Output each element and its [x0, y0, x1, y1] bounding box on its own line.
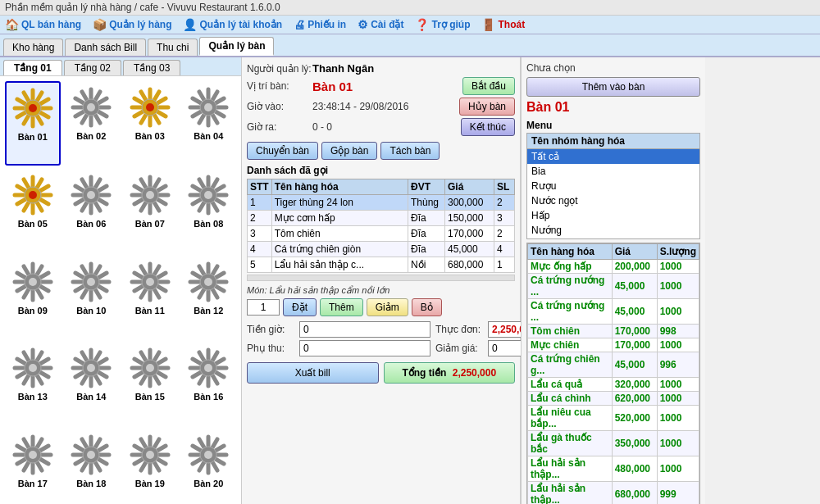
goods-row[interactable]: Cá trứng nướng ... 45,000 1000 — [528, 274, 699, 299]
goods-cell-gia: 200,000 — [612, 260, 657, 274]
goods-row[interactable]: Lẩu cá chình 620,000 1000 — [528, 392, 699, 406]
table-item-ban14[interactable]: Bàn 14 — [64, 342, 120, 425]
menu-item-tro-giup[interactable]: ❓Trợ giúp — [415, 18, 470, 31]
svg-line-21 — [75, 98, 84, 103]
table-name-ban17: Bàn 17 — [18, 479, 48, 488]
menu-list-item-nuoc-ngot[interactable]: Nước ngọt — [527, 193, 699, 208]
svg-point-167 — [204, 278, 212, 286]
menu-list-item-xao[interactable]: Xào — [527, 238, 699, 239]
menu-list-item-nuong[interactable]: Nướng — [527, 223, 699, 238]
title-bar: Phần mềm quản lý nhà hàng / cafe - Vivuv… — [0, 0, 820, 16]
svg-point-181 — [29, 364, 37, 372]
table-item-ban08[interactable]: Bàn 08 — [181, 169, 237, 252]
goods-row[interactable]: Cá trứng nướng ... 45,000 1000 — [528, 299, 699, 325]
table-item-ban03[interactable]: Bàn 03 — [122, 81, 178, 166]
split-table-button[interactable]: Tách bàn — [380, 142, 440, 160]
table-item-ban10[interactable]: Bàn 10 — [64, 256, 120, 338]
menu-item-cai-dat[interactable]: ⚙Cài đặt — [358, 18, 403, 31]
end-button[interactable]: Kết thúc — [461, 118, 515, 136]
table-item-ban01[interactable]: Bàn 01 — [5, 81, 61, 166]
menu-item-thoat[interactable]: 🚪Thoát — [481, 18, 525, 31]
menu-label: Menu — [526, 120, 700, 131]
goods-cell-name: Cá trứng chiên g... — [528, 352, 613, 378]
table-item-ban05[interactable]: Bàn 05 — [5, 169, 61, 252]
svg-line-211 — [216, 372, 224, 377]
menu-list-item-ruou[interactable]: Rượu — [527, 179, 699, 193]
goods-cell-sluong: 1000 — [657, 299, 699, 325]
move-table-button[interactable]: Chuyển bàn — [247, 142, 318, 160]
tab-danh-sach-bill[interactable]: Danh sách Bill — [65, 39, 146, 56]
table-item-ban17[interactable]: Bàn 17 — [5, 429, 61, 504]
svg-line-36 — [141, 92, 146, 100]
table-name-ban08: Bàn 08 — [194, 219, 223, 229]
dat-button[interactable]: Đặt — [283, 298, 317, 316]
menu-item-phieu-in[interactable]: 🖨Phiếu in — [294, 18, 346, 31]
tien-gio-input[interactable] — [299, 321, 430, 338]
menu-label-quan-ly-tai-khoan: Quản lý tài khoản — [199, 19, 282, 30]
table-item-ban11[interactable]: Bàn 11 — [122, 256, 178, 338]
menu-item-quan-ly-tai-khoan[interactable]: 👤Quản lý tài khoản — [183, 18, 282, 31]
table-item-ban16[interactable]: Bàn 16 — [181, 342, 237, 425]
bo-button[interactable]: Bỏ — [412, 298, 442, 316]
phu-thu-input[interactable] — [299, 340, 430, 356]
table-item-ban06[interactable]: Bàn 06 — [64, 169, 120, 252]
cancel-button[interactable]: Hủy bàn — [459, 98, 515, 116]
order-row[interactable]: 3 Tôm chiên Đĩa 170,000 2 — [248, 226, 515, 242]
goods-row[interactable]: Lẩu hải sản thập... 480,000 1000 — [528, 456, 699, 482]
order-row[interactable]: 2 Mực cơm hấp Đĩa 150,000 3 — [248, 211, 515, 226]
checkin-label: Giờ vào: — [247, 101, 312, 112]
merge-table-button[interactable]: Gộp bàn — [321, 142, 377, 160]
table-item-ban04[interactable]: Bàn 04 — [181, 81, 237, 166]
menu-list-item-hap[interactable]: Hấp — [527, 208, 699, 223]
menu-item-ql-ban-hang[interactable]: 🏠QL bán hàng — [5, 18, 81, 31]
table-item-ban18[interactable]: Bàn 18 — [64, 429, 120, 504]
floor-tabs: Tầng 01Tầng 02Tầng 03 — [0, 57, 241, 76]
floor-tab-tang03[interactable]: Tầng 03 — [123, 60, 180, 75]
order-cell-stt: 4 — [248, 242, 272, 257]
table-item-ban15[interactable]: Bàn 15 — [122, 342, 178, 425]
them-button[interactable]: Thêm — [320, 298, 363, 316]
goods-row[interactable]: Lẩu hải sản thập... 680,000 999 — [528, 482, 699, 505]
goods-row[interactable]: Mực chiên 170,000 1000 — [528, 338, 699, 352]
xuat-bill-button[interactable]: Xuất bill — [247, 362, 379, 384]
goods-row[interactable]: Tôm chiên 170,000 998 — [528, 325, 699, 338]
goods-row[interactable]: Lẩu niêu cua bắp... 520,000 1000 — [528, 406, 699, 431]
qty-input[interactable] — [247, 299, 280, 316]
order-cell-gia: 170,000 — [445, 226, 494, 242]
start-button[interactable]: Bắt đầu — [462, 77, 515, 95]
goods-cell-gia: 170,000 — [612, 325, 657, 338]
table-item-ban13[interactable]: Bàn 13 — [5, 342, 61, 425]
goods-row[interactable]: Mực ống hấp 200,000 1000 — [528, 260, 699, 274]
order-scrollbar[interactable] — [247, 275, 515, 281]
goods-row[interactable]: Cá trứng chiên g... 45,000 996 — [528, 352, 699, 378]
order-row[interactable]: 5 Lẩu hải sản thập c... Nồi 680,000 1 — [248, 257, 515, 273]
svg-line-75 — [75, 199, 84, 204]
add-to-table-button[interactable]: Thêm vào bàn — [526, 77, 700, 97]
menu-list-item-tat-ca[interactable]: Tất cả — [527, 149, 699, 164]
table-item-ban09[interactable]: Bàn 09 — [5, 256, 61, 338]
menu-item-quan-ly-hang[interactable]: 📦Quản lý hàng — [93, 18, 171, 31]
svg-line-262 — [154, 439, 159, 447]
svg-line-267 — [216, 459, 224, 464]
floor-tab-tang02[interactable]: Tầng 02 — [64, 60, 121, 75]
tab-kho-hang[interactable]: Kho hàng — [3, 39, 63, 56]
table-item-ban12[interactable]: Bàn 12 — [181, 256, 237, 338]
order-row[interactable]: 4 Cá trứng chiên giòn Đĩa 45,000 4 — [248, 242, 515, 257]
tab-thu-chi[interactable]: Thu chi — [148, 39, 198, 56]
tong-tien-button[interactable]: Tổng tiền 2,250,000 — [384, 362, 516, 384]
svg-line-239 — [98, 459, 107, 464]
floor-tab-tang01[interactable]: Tầng 01 — [3, 60, 62, 75]
svg-line-148 — [141, 266, 146, 275]
goods-col-name: Tên hàng hóa — [528, 244, 613, 260]
menu-list-item-bia[interactable]: Bia — [527, 164, 699, 179]
table-item-ban19[interactable]: Bàn 19 — [122, 429, 178, 504]
goods-row[interactable]: Lẩu cá quả 320,000 1000 — [528, 378, 699, 392]
giam-button[interactable]: Giảm — [367, 298, 408, 316]
table-item-ban20[interactable]: Bàn 20 — [181, 429, 237, 504]
goods-row[interactable]: Lẩu gà thuốc bắc 350,000 1000 — [528, 431, 699, 456]
svg-point-223 — [204, 364, 212, 372]
tab-quan-ly-ban[interactable]: Quản lý bàn — [199, 37, 274, 56]
order-row[interactable]: 1 Tiger thùng 24 lon Thùng 300,000 2 — [248, 195, 515, 211]
table-item-ban02[interactable]: Bàn 02 — [64, 81, 120, 166]
table-item-ban07[interactable]: Bàn 07 — [122, 169, 178, 252]
